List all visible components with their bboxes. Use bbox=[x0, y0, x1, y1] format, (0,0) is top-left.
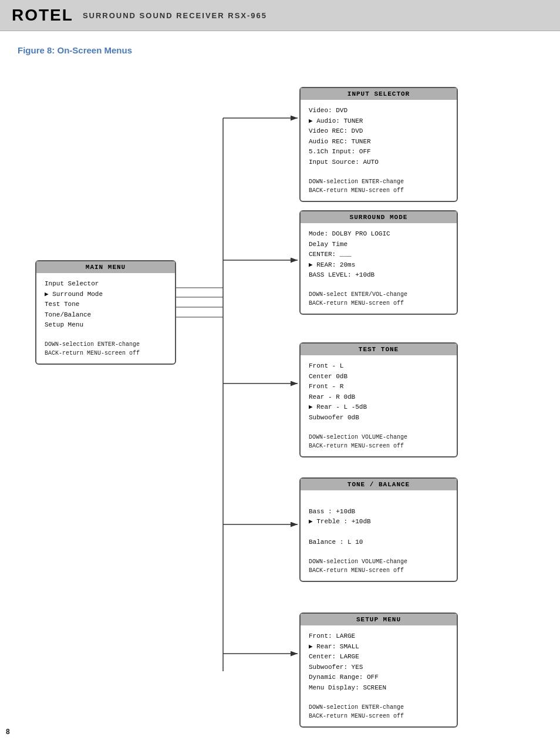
input-selector-body: Video: DVD ▶ Audio: TUNER Video REC: DVD… bbox=[301, 100, 457, 174]
surround-line-3: Delay Time bbox=[309, 240, 448, 250]
setup-menu-body: Front: LARGE ▶ Rear: SMALL Center: LARGE… bbox=[301, 625, 457, 699]
tone-line-3: ▶ Treble : +10dB bbox=[309, 517, 448, 527]
input-line-6: Input Source: AUTO bbox=[309, 157, 448, 168]
test-tone-footer: DOWN-selection VOLUME-change BACK-return… bbox=[301, 429, 457, 456]
surround-line-5: ▶ REAR: 20ms bbox=[309, 260, 448, 271]
input-selector-title: INPUT SELECTOR bbox=[301, 88, 457, 100]
setup-line-4: Subwoofer: YES bbox=[309, 662, 448, 673]
main-menu-item-4: Tone/Balance bbox=[45, 310, 167, 321]
input-line-3: Video REC: DVD bbox=[309, 126, 448, 137]
rotel-logo: ROTEL bbox=[12, 6, 73, 25]
surround-mode-title: SURROUND MODE bbox=[301, 211, 457, 223]
test-tone-box: TEST TONE Front - L Center 0dB Front - R… bbox=[299, 342, 458, 457]
main-menu-body: Input Selector ▶ Surround Mode Test Tone… bbox=[36, 273, 175, 337]
input-line-5: 5.1Ch Input: OFF bbox=[309, 147, 448, 157]
setup-line-2: ▶ Rear: SMALL bbox=[309, 642, 448, 652]
setup-line-3: Center: LARGE bbox=[309, 652, 448, 662]
input-selector-footer: DOWN-selection ENTER-change BACK-return … bbox=[301, 174, 457, 201]
test-tone-line-6: Subwoofer 0dB bbox=[309, 413, 448, 423]
main-menu-footer: DOWN-selection ENTER-change BACK-return … bbox=[36, 337, 175, 364]
test-tone-line-5: ▶ Rear - L -5dB bbox=[309, 402, 448, 413]
tone-balance-title: TONE / BALANCE bbox=[301, 479, 457, 490]
svg-line-11 bbox=[176, 118, 223, 288]
surround-line-4: CENTER: ___ bbox=[309, 250, 448, 260]
test-tone-line-3: Front - R bbox=[309, 382, 448, 392]
setup-line-1: Front: LARGE bbox=[309, 631, 448, 642]
test-tone-line-2: Center 0dB bbox=[309, 372, 448, 382]
main-menu-title: MAIN MENU bbox=[36, 261, 175, 273]
page-number: 8 bbox=[6, 728, 10, 736]
input-selector-box: INPUT SELECTOR Video: DVD ▶ Audio: TUNER… bbox=[299, 87, 458, 202]
setup-menu-box: SETUP MENU Front: LARGE ▶ Rear: SMALL Ce… bbox=[299, 613, 458, 728]
header-subtitle: SURROUND SOUND RECEIVER RSX-965 bbox=[83, 11, 267, 20]
test-tone-title: TEST TONE bbox=[301, 344, 457, 355]
arrows-diagram bbox=[0, 31, 560, 742]
setup-menu-title: SETUP MENU bbox=[301, 614, 457, 625]
tone-balance-box: TONE / BALANCE Bass : +10dB ▶ Treble : +… bbox=[299, 477, 458, 582]
page-header: ROTEL SURROUND SOUND RECEIVER RSX-965 bbox=[0, 0, 560, 31]
surround-line-6: BASS LEVEL: +10dB bbox=[309, 270, 448, 281]
test-tone-body: Front - L Center 0dB Front - R Rear - R … bbox=[301, 355, 457, 429]
tone-line-1 bbox=[309, 496, 448, 507]
setup-menu-footer: DOWN-selection ENTER-change BACK-return … bbox=[301, 699, 457, 726]
main-menu-item-5: Setup Menu bbox=[45, 320, 167, 331]
test-tone-line-1: Front - L bbox=[309, 361, 448, 372]
main-menu-item-2: ▶ Surround Mode bbox=[45, 290, 167, 300]
surround-mode-footer: DOWN-select ENTER/VOL-change BACK-return… bbox=[301, 287, 457, 314]
surround-mode-box: SURROUND MODE Mode: DOLBY PRO LOGIC Dela… bbox=[299, 210, 458, 315]
tone-line-5: Balance : L 10 bbox=[309, 537, 448, 548]
tone-line-4 bbox=[309, 527, 448, 538]
input-line-2: ▶ Audio: TUNER bbox=[309, 116, 448, 127]
tone-balance-footer: DOWN-selection VOLUME-change BACK-return… bbox=[301, 554, 457, 581]
main-menu-box: MAIN MENU Input Selector ▶ Surround Mode… bbox=[35, 260, 176, 365]
setup-line-6: Menu Display: SCREEN bbox=[309, 683, 448, 694]
tone-line-2: Bass : +10dB bbox=[309, 507, 448, 517]
surround-line-1: Mode: DOLBY PRO LOGIC bbox=[309, 229, 448, 240]
setup-line-5: Dynamic Range: OFF bbox=[309, 672, 448, 683]
test-tone-line-4: Rear - R 0dB bbox=[309, 392, 448, 403]
main-menu-item-1: Input Selector bbox=[45, 279, 167, 290]
input-line-1: Video: DVD bbox=[309, 106, 448, 116]
input-line-4: Audio REC: TUNER bbox=[309, 137, 448, 147]
tone-balance-body: Bass : +10dB ▶ Treble : +10dB Balance : … bbox=[301, 490, 457, 554]
figure-title: Figure 8: On-Screen Menus bbox=[18, 45, 542, 55]
surround-mode-body: Mode: DOLBY PRO LOGIC Delay Time CENTER:… bbox=[301, 223, 457, 287]
main-menu-item-3: Test Tone bbox=[45, 300, 167, 310]
